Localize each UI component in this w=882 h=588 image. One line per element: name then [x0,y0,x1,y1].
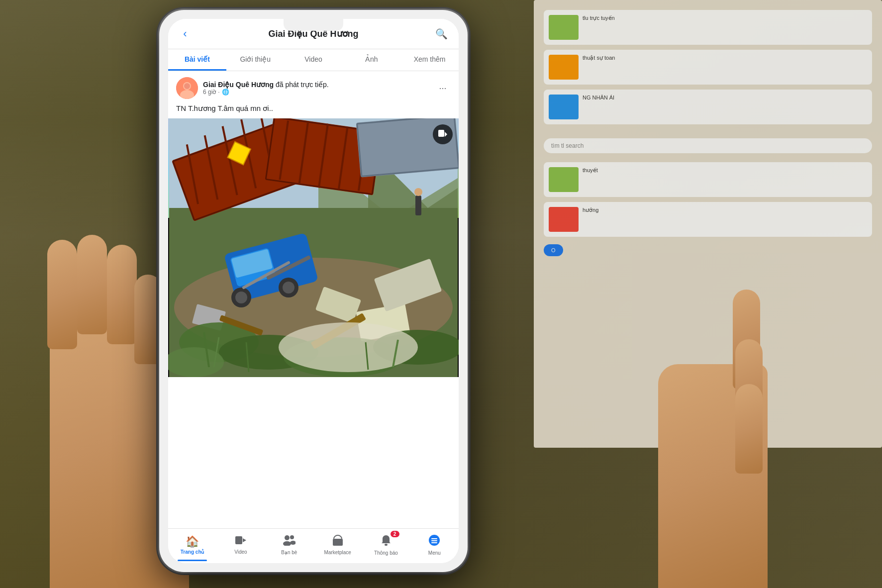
nav-trang-chu[interactable]: 🏠 Trang chủ [168,529,216,561]
left-finger-2 [77,235,107,334]
tab-xem-them[interactable]: Xem thêm [400,49,459,71]
bg-fb-item-5: hướng [544,202,872,237]
phone-notch [284,19,343,31]
svg-point-3 [184,83,190,89]
svg-rect-63 [336,541,339,546]
svg-rect-67 [431,540,437,541]
bg-blue-button: O [544,244,563,256]
svg-point-60 [290,535,294,539]
nav-thong-bao[interactable]: 2 Thông báo [362,529,410,561]
notification-badge: 2 [391,531,399,537]
bg-thumb-2 [549,55,579,80]
nav-marketplace-label: Marketplace [324,550,351,555]
nav-ban-be-label: Bạn bè [281,550,297,555]
post-author-name: Giai Điệu Quê Hương đã phát trực tiếp. [203,81,430,89]
back-icon: ‹ [183,27,187,40]
nav-active-indicator [178,560,206,561]
tab-gioi-thieu[interactable]: Giới thiệu [226,49,285,71]
crash-scene-image [168,118,459,377]
bg-fb-item-2: thuật sự toan [544,50,872,85]
search-icon: 🔍 [435,28,448,40]
bg-fb-item-4: thuyết [544,162,872,197]
svg-point-30 [235,292,247,303]
menu-icon [428,534,441,549]
svg-rect-44 [415,196,421,215]
svg-rect-56 [235,536,242,544]
bg-thumb-4 [549,167,579,192]
nav-video-label: Video [234,549,247,555]
friends-icon [283,535,295,549]
post-meta: 6 giờ · 🌐 [203,89,430,96]
marketplace-icon [332,535,344,549]
svg-marker-57 [243,538,246,542]
nav-thong-bao-label: Thông báo [374,550,398,556]
bg-search-bar: tìm tl search [544,138,872,153]
phone: 9:41 ▋▋ WiFi ▋ ‹ Giai Điệu Quê Hương 🔍 [159,10,468,572]
left-finger-3 [107,245,137,344]
post-image-container [168,118,459,377]
tab-xem-them-label: Xem thêm [414,55,446,63]
svg-rect-54 [438,130,444,137]
tab-bai-viet[interactable]: Bài viết [168,49,226,71]
search-button[interactable]: 🔍 [433,25,451,43]
crash-svg [168,118,459,377]
left-finger-4 [134,275,162,364]
fb-content-area[interactable]: ‹ Giai Điệu Quê Hương 🔍 Bài viết Giới th… [168,19,459,528]
bg-thumb-5 [549,207,579,232]
tab-video[interactable]: Video [285,49,343,71]
bg-fb-item-3: NG NHÂN ÁI [544,90,872,124]
post-separator: · [218,89,219,96]
tab-gioi-thieu-label: Giới thiệu [240,55,271,63]
bg-item-text-2: thuật sự toan [583,55,615,61]
back-button[interactable]: ‹ [176,25,194,43]
post-more-button[interactable]: ··· [435,80,451,96]
bg-thumb-1 [549,15,579,40]
nav-trang-chu-label: Trang chủ [181,549,204,555]
svg-point-64 [385,544,388,546]
notification-icon [381,534,392,549]
svg-point-45 [414,188,422,196]
post-text: TN T.hương T.âm quá mn ơi.. [168,103,459,118]
tab-anh-label: Ảnh [365,55,378,63]
svg-marker-55 [445,132,447,137]
bottom-nav: 🏠 Trang chủ Video [168,528,459,563]
tab-video-label: Video [304,55,322,63]
nav-menu[interactable]: Menu [410,529,459,561]
nav-menu-label: Menu [428,550,441,556]
nav-video[interactable]: Video [216,529,265,561]
bg-thumb-3 [549,95,579,119]
svg-point-59 [283,541,291,546]
video-nav-icon [235,535,247,548]
post-action: đã phát trực tiếp. [276,81,329,89]
svg-rect-66 [431,538,437,539]
bg-item-text-4: thuyết [583,167,598,174]
bg-item-text-3: NG NHÂN ÁI [583,95,614,100]
nav-marketplace[interactable]: Marketplace [313,529,362,561]
fb-post: Giai Điệu Quê Hương đã phát trực tiếp. 6… [168,71,459,377]
nav-ban-be[interactable]: Bạn bè [265,529,313,561]
post-time: 6 giờ [203,89,216,96]
right-finger-3 [735,384,763,474]
bg-item-text-1: tlu trực tuyến [583,15,615,21]
post-avatar [176,77,198,99]
tab-bai-viet-label: Bài viết [185,55,210,63]
home-icon: 🏠 [186,535,199,548]
video-indicator [433,124,453,144]
svg-point-32 [283,282,294,294]
left-finger-1 [47,240,77,349]
bg-item-text-5: hướng [583,207,598,213]
tab-anh[interactable]: Ảnh [342,49,400,71]
post-author-info: Giai Điệu Quê Hương đã phát trực tiếp. 6… [203,81,430,96]
post-header: Giai Điệu Quê Hương đã phát trực tiếp. 6… [168,71,459,103]
phone-screen: 9:41 ▋▋ WiFi ▋ ‹ Giai Điệu Quê Hương 🔍 [168,19,459,563]
tab-bar: Bài viết Giới thiệu Video Ảnh Xem thêm [168,49,459,71]
svg-point-58 [285,535,290,540]
svg-rect-68 [431,542,437,543]
bg-fb-item-1: tlu trực tuyến [544,10,872,45]
post-privacy-icon: 🌐 [222,89,229,96]
scene: tlu trực tuyến thuật sự toan NG NHÂN ÁI … [0,0,882,588]
